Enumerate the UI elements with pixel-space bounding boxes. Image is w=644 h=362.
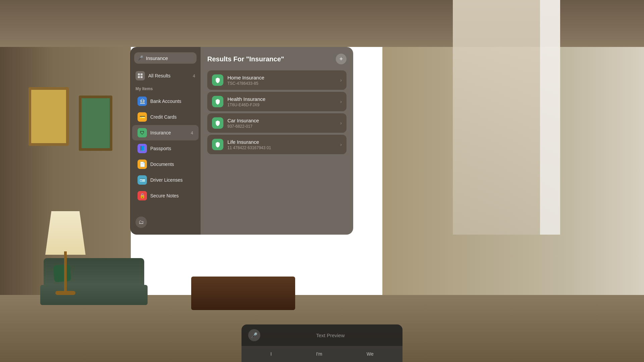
car-insurance-chevron-icon: › [340, 120, 342, 126]
result-item-car-insurance[interactable]: Car Insurance937-6822-017› [207, 113, 346, 133]
home-insurance-chevron-icon: › [340, 77, 342, 83]
svg-rect-3 [141, 76, 143, 78]
sidebar-item-passports[interactable]: 📘Passports [132, 141, 199, 156]
results-panel: Results For "Insurance" + Home Insurance… [201, 47, 353, 235]
my-items-header: My Items [130, 83, 201, 93]
life-insurance-icon [212, 139, 223, 150]
car-insurance-icon [212, 117, 223, 129]
lamp [45, 211, 86, 295]
lamp-base [64, 251, 67, 295]
results-items: Home InsuranceTSC-4786433-85›Health Insu… [207, 70, 346, 154]
folder-button[interactable]: 🗂 [136, 217, 147, 228]
home-insurance-name: Home Insurance [227, 75, 336, 80]
sidebar-item-documents[interactable]: 📄Documents [132, 157, 199, 172]
result-item-life-insurance[interactable]: Life Insurance11 478422 63167943 01› [207, 135, 346, 154]
keyboard-area: 🎤 Text Preview I I'm We [238, 324, 406, 362]
health-insurance-icon [212, 96, 223, 107]
home-insurance-text: Home InsuranceTSC-4786433-85 [227, 75, 336, 86]
sidebar-item-driver-licenses[interactable]: 🪪Driver Licenses [132, 172, 199, 188]
search-bar[interactable]: 🎤 ✕ [134, 52, 197, 64]
sidebar-item-credit-cards[interactable]: 💳Credit Cards [132, 109, 199, 125]
life-insurance-chevron-icon: › [340, 142, 342, 147]
passports-icon: 📘 [138, 144, 147, 153]
text-preview-bar: 🎤 Text Preview [241, 324, 402, 346]
all-results-row[interactable]: All Results 4 [130, 68, 201, 83]
passports-label: Passports [150, 146, 193, 151]
life-insurance-subtitle: 11 478422 63167943 01 [227, 145, 336, 150]
health-insurance-name: Health Insurance [227, 96, 336, 102]
sidebar-bottom: 🗂 [130, 213, 201, 229]
picture-frame-2 [79, 96, 112, 151]
panels-container: 🎤 ✕ All Results 4 My Items 🏦Bank Account… [130, 47, 353, 235]
bank-accounts-label: Bank Accounts [150, 99, 193, 104]
picture-frame-1 [29, 87, 69, 146]
credit-cards-label: Credit Cards [150, 114, 193, 120]
life-insurance-name: Life Insurance [227, 139, 336, 145]
credit-cards-icon: 💳 [138, 112, 147, 122]
results-header: Results For "Insurance" + [207, 54, 346, 64]
result-item-health-insurance[interactable]: Health Insurance1T6U-E46D-FJX9› [207, 92, 346, 111]
all-results-label: All Results [148, 73, 190, 78]
documents-label: Documents [150, 162, 193, 167]
all-results-icon [136, 71, 145, 80]
home-insurance-subtitle: TSC-4786433-85 [227, 81, 336, 86]
insurance-count: 4 [191, 130, 193, 135]
lamp-shade [45, 211, 86, 255]
svg-rect-1 [141, 73, 143, 75]
coffee-table [191, 277, 295, 310]
curtain [540, 0, 560, 235]
sidebar-panel: 🎤 ✕ All Results 4 My Items 🏦Bank Account… [130, 47, 201, 235]
sidebar-item-bank-accounts[interactable]: 🏦Bank Accounts [132, 94, 199, 109]
health-insurance-subtitle: 1T6U-E46D-FJX9 [227, 103, 336, 107]
lamp-foot [55, 291, 75, 295]
driver-licenses-icon: 🪪 [138, 175, 147, 185]
driver-licenses-label: Driver Licenses [150, 177, 193, 183]
car-insurance-name: Car Insurance [227, 118, 336, 123]
sidebar-item-insurance[interactable]: 🛡Insurance4 [132, 125, 199, 140]
bank-accounts-icon: 🏦 [138, 97, 147, 106]
mic-icon: 🎤 [138, 55, 143, 61]
keyboard-key-1[interactable]: I [266, 349, 276, 359]
result-item-home-insurance[interactable]: Home InsuranceTSC-4786433-85› [207, 70, 346, 90]
secure-notes-label: Secure Notes [150, 193, 193, 198]
insurance-label: Insurance [150, 130, 187, 135]
mic-button-bottom[interactable]: 🎤 [248, 329, 260, 341]
sidebar-item-secure-notes[interactable]: 🔒Secure Notes [132, 188, 199, 203]
sidebar-items: 🏦Bank Accounts💳Credit Cards🛡Insurance4📘P… [130, 93, 201, 204]
life-insurance-text: Life Insurance11 478422 63167943 01 [227, 139, 336, 150]
secure-notes-icon: 🔒 [138, 191, 147, 200]
car-insurance-subtitle: 937-6822-017 [227, 124, 336, 129]
documents-icon: 📄 [138, 160, 147, 169]
health-insurance-text: Health Insurance1T6U-E46D-FJX9 [227, 96, 336, 107]
svg-rect-2 [138, 76, 140, 78]
search-input[interactable] [146, 55, 210, 61]
text-preview-label: Text Preview [265, 333, 396, 338]
add-button[interactable]: + [336, 54, 346, 64]
svg-rect-0 [138, 73, 140, 75]
results-title: Results For "Insurance" [207, 55, 284, 63]
all-results-count: 4 [193, 73, 195, 78]
insurance-icon: 🛡 [138, 128, 147, 137]
keyboard-key-3[interactable]: We [363, 349, 378, 359]
home-insurance-icon [212, 74, 223, 86]
car-insurance-text: Car Insurance937-6822-017 [227, 118, 336, 129]
keyboard-row: I I'm We [241, 346, 402, 362]
health-insurance-chevron-icon: › [340, 99, 342, 104]
keyboard-key-2[interactable]: I'm [312, 349, 326, 359]
